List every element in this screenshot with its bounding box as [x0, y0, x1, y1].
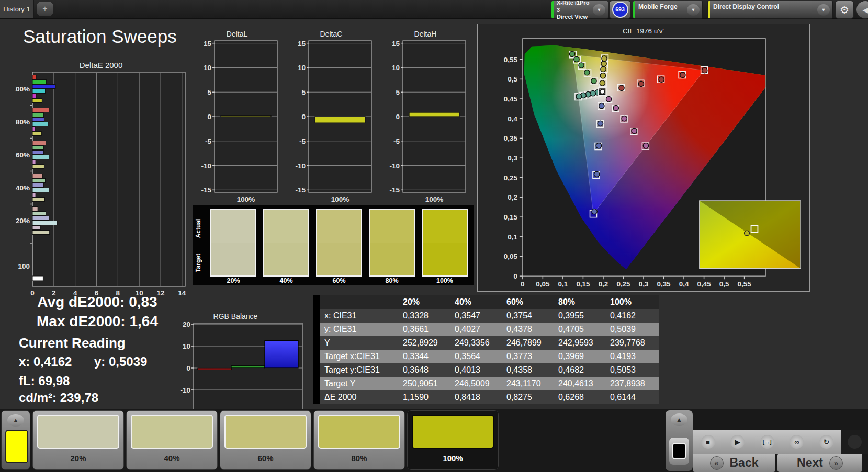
strip-swatch-actual — [211, 210, 255, 243]
stop-measure-button[interactable] — [669, 438, 689, 465]
strip-swatch-target — [317, 243, 361, 275]
strip-swatch-label: 20% — [209, 277, 257, 284]
table-row-label: ΔE 2000 — [320, 390, 400, 404]
table-cell: 0,3328 — [400, 309, 452, 323]
table-row: x: CIE310,33280,35470,37540,39550,4162 — [313, 309, 659, 323]
table-row-sliver — [313, 336, 320, 350]
meter-label: X-Rite i1Pro 3Direct View — [554, 0, 593, 21]
svg-text:0: 0 — [301, 113, 306, 121]
svg-text:80%: 80% — [16, 118, 30, 126]
transport-play-button[interactable]: ▶ — [723, 430, 752, 454]
strip-swatch-label: 80% — [368, 277, 416, 284]
chevron-down-icon: ▼ — [687, 4, 700, 16]
table-cell: 0,4162 — [607, 309, 659, 323]
current-reading-heading: Current Reading — [19, 335, 126, 351]
page-title: Saturation Sweeps — [23, 26, 177, 47]
strip-swatch-target — [211, 243, 255, 275]
table-cell: 239,7768 — [607, 336, 659, 350]
sample-swatch — [37, 415, 119, 449]
collapse-panel-button[interactable]: ◀ — [856, 1, 868, 19]
sample-button-100%[interactable]: 100% — [407, 410, 499, 470]
svg-text:0,35: 0,35 — [657, 280, 671, 288]
strip-swatch-target — [264, 243, 308, 275]
table-cell: 0,5053 — [607, 363, 659, 377]
transport-refresh-button[interactable]: ↻ — [811, 430, 841, 454]
svg-text:0,25: 0,25 — [504, 174, 518, 182]
chevrons-right-icon: » — [829, 456, 843, 470]
svg-text:5: 5 — [396, 88, 400, 96]
workflow-dropdown[interactable]: Mobile Forge ▼ — [633, 1, 703, 19]
svg-text:0,1: 0,1 — [508, 233, 517, 241]
svg-text:0,3: 0,3 — [508, 154, 517, 162]
svg-text:-5: -5 — [299, 137, 306, 145]
table-cell: 0,3344 — [400, 350, 452, 363]
deltac-chart: DeltaC151050-5-10-15100% — [292, 29, 374, 207]
table-column-header: 100% — [607, 295, 659, 309]
svg-text:0,25: 0,25 — [616, 280, 630, 288]
transport-up-button[interactable]: ▲ — [671, 413, 687, 426]
svg-text:-15: -15 — [295, 186, 306, 194]
sample-swatch — [131, 415, 213, 449]
display-control-dropdown[interactable]: Direct Display Control ▼ — [707, 1, 833, 19]
table-cell: 237,8938 — [607, 377, 659, 390]
actual-label: Actual — [195, 210, 202, 247]
sample-button-40%[interactable]: 40% — [126, 410, 218, 470]
add-tab-button[interactable]: + — [37, 2, 53, 16]
svg-text:RGB Balance: RGB Balance — [213, 312, 258, 320]
current-cdm2: cd/m²: 239,78 — [19, 390, 98, 405]
refresh-icon: ↻ — [819, 435, 833, 449]
transport-step-button[interactable]: [↔] — [752, 430, 782, 454]
svg-text:0,2: 0,2 — [599, 280, 608, 288]
transport-loop-button[interactable]: ∞ — [782, 430, 811, 454]
top-bar: History 1 + X-Rite i1Pro 3Direct View ▼ … — [0, 0, 868, 19]
strip-swatch-actual — [370, 210, 414, 243]
table-cell: 240,4613 — [555, 377, 607, 390]
transport-stop-button[interactable]: ■ — [693, 430, 723, 454]
svg-text:100%: 100% — [237, 195, 255, 203]
svg-text:15: 15 — [298, 40, 306, 48]
table-row: ΔE 20001,15900,84180,82750,62680,6144 — [313, 390, 659, 404]
table-cell: 0,3773 — [503, 350, 555, 363]
table-cell: 0,6268 — [555, 390, 607, 404]
tab-history-1[interactable]: History 1 — [0, 0, 34, 18]
strip-swatch-actual — [423, 210, 467, 243]
table-cell: 246,5009 — [452, 377, 503, 390]
next-button[interactable]: Next » — [777, 454, 862, 472]
actual-target-strip: Actual Target 20%40%60%80%100% — [193, 205, 474, 285]
step-icon: [↔] — [760, 435, 774, 449]
svg-text:0,15: 0,15 — [576, 280, 590, 288]
sample-button-20%[interactable]: 20% — [32, 410, 124, 470]
svg-text:0,45: 0,45 — [504, 95, 518, 103]
table-cell: 0,3661 — [400, 323, 452, 336]
patch-up-button[interactable]: ▲ — [7, 414, 24, 427]
svg-text:0: 0 — [207, 113, 211, 121]
table-column-header: 80% — [555, 295, 607, 309]
settings-button[interactable]: ⚙ — [835, 1, 854, 19]
strip-swatch-20% — [210, 209, 256, 277]
table-column-header: 20% — [400, 295, 452, 309]
svg-text:100%: 100% — [15, 85, 30, 93]
table-cell: 0,4705 — [555, 323, 607, 336]
meter-dropdown[interactable]: X-Rite i1Pro 3Direct View ▼ — [551, 1, 608, 19]
table-cell: 0,3754 — [503, 309, 555, 323]
meter-id-badge: 693 — [612, 2, 628, 18]
sample-button-60%[interactable]: 60% — [220, 410, 311, 470]
cie-1976-chart: CIE 1976 u'v' 000,050,050,10,10,150,150,… — [477, 24, 810, 292]
sample-swatch — [224, 415, 307, 449]
svg-text:-5: -5 — [393, 137, 400, 145]
svg-text:0: 0 — [513, 272, 517, 280]
table-row-sliver — [313, 390, 320, 404]
back-button[interactable]: « Back — [693, 454, 775, 472]
table-cell: 250,9051 — [400, 377, 452, 390]
svg-text:0,5: 0,5 — [508, 75, 517, 83]
svg-text:14: 14 — [178, 289, 186, 297]
loop-icon: ∞ — [790, 435, 804, 449]
svg-text:10: 10 — [204, 64, 211, 72]
arrow-up-icon: ▲ — [676, 416, 682, 423]
sample-label: 40% — [127, 454, 217, 463]
table-row-label: Target Y — [320, 377, 400, 390]
strip-swatch-actual — [317, 210, 361, 243]
svg-text:0,2: 0,2 — [508, 193, 517, 201]
meter-id-button[interactable]: 693 — [609, 1, 631, 19]
sample-button-80%[interactable]: 80% — [313, 410, 405, 470]
